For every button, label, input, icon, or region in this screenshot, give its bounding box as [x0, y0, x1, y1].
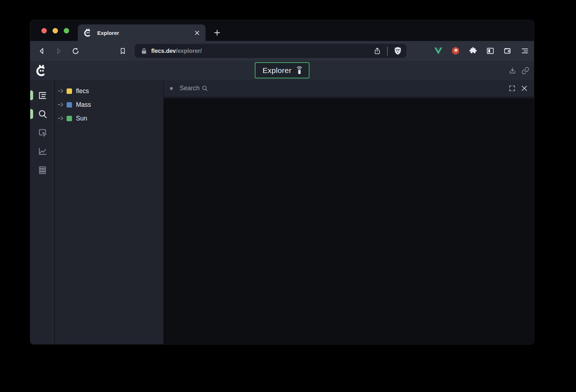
remote-connection-icon	[296, 66, 303, 75]
entity-color-swatch	[67, 88, 72, 94]
active-indicator	[30, 109, 33, 119]
page-title: Explorer	[262, 66, 292, 75]
url-text: flecs.dev/explorer/	[151, 48, 373, 54]
active-indicator	[30, 91, 33, 100]
entity-color-swatch	[67, 102, 72, 108]
table-icon	[37, 165, 48, 175]
entity-label: Sun	[76, 115, 87, 122]
tab-close-icon[interactable]	[194, 30, 200, 36]
page-header: Explorer	[30, 61, 534, 80]
traffic-lights	[41, 28, 69, 33]
forward-icon[interactable]	[54, 47, 63, 55]
tree-row[interactable]: flecs	[55, 84, 163, 98]
expand-arrow-icon[interactable]	[58, 89, 64, 93]
flecs-logo[interactable]	[35, 64, 48, 77]
lock-icon[interactable]	[141, 48, 147, 54]
search-icon	[201, 85, 208, 92]
tab-strip: Explorer	[30, 20, 534, 41]
tab-title: Explorer	[97, 30, 194, 36]
side-panel-icon[interactable]	[485, 46, 495, 56]
address-bar[interactable]: flecs.dev/explorer/	[135, 44, 406, 58]
result-canvas	[164, 98, 534, 345]
query-panel: Search	[163, 80, 534, 345]
entity-tree-panel: flecs Mass Sun	[55, 80, 163, 345]
close-icon[interactable]	[521, 85, 527, 91]
rail-item-inspect[interactable]	[30, 123, 54, 142]
expand-arrow-icon[interactable]	[58, 116, 64, 120]
query-placeholder: Search	[180, 85, 208, 92]
fullscreen-icon[interactable]	[508, 85, 516, 92]
rail-item-table[interactable]	[30, 161, 54, 179]
hexagon-extension-icon[interactable]	[451, 46, 460, 56]
download-icon[interactable]	[508, 67, 517, 75]
url-domain: flecs.dev	[151, 48, 176, 54]
query-status-dot	[170, 87, 173, 90]
header-actions	[508, 61, 530, 80]
address-bar-divider	[387, 46, 388, 56]
tree-icon	[37, 91, 47, 100]
chart-icon	[37, 146, 48, 156]
bookmark-icon[interactable]	[119, 47, 127, 55]
reload-icon[interactable]	[71, 47, 80, 55]
explorer-title-button[interactable]: Explorer	[255, 62, 310, 78]
query-bar[interactable]: Search	[164, 80, 534, 96]
menu-icon[interactable]	[520, 46, 530, 56]
minimize-window-button[interactable]	[53, 28, 58, 33]
navigation-bar: flecs.dev/explorer/	[30, 41, 534, 61]
page-content: flecs Mass Sun	[30, 80, 534, 345]
maximize-window-button[interactable]	[64, 28, 69, 33]
url-path: /explorer/	[176, 48, 202, 54]
link-icon[interactable]	[521, 67, 530, 75]
tree-row[interactable]: Sun	[55, 111, 163, 125]
tree-row[interactable]: Mass	[55, 98, 163, 111]
rail-item-chart[interactable]	[30, 142, 54, 161]
share-icon[interactable]	[373, 47, 381, 55]
search-icon	[37, 109, 48, 119]
extensions-row	[433, 46, 530, 56]
close-window-button[interactable]	[41, 28, 47, 33]
rail-item-tree[interactable]	[30, 86, 54, 105]
inspect-icon	[37, 128, 48, 138]
tab-favicon-flecs-logo-icon	[84, 28, 92, 37]
expand-arrow-icon[interactable]	[58, 102, 64, 107]
icon-rail	[30, 80, 55, 345]
browser-tab[interactable]: Explorer	[78, 24, 206, 41]
back-icon[interactable]	[37, 47, 46, 55]
puzzle-extensions-icon[interactable]	[468, 46, 478, 56]
wallet-icon[interactable]	[503, 46, 512, 56]
entity-label: flecs	[76, 87, 89, 95]
entity-color-swatch	[67, 116, 72, 121]
rail-item-search[interactable]	[30, 105, 54, 123]
browser-window: Explorer	[30, 20, 534, 345]
vue-devtools-icon[interactable]	[433, 46, 443, 56]
entity-label: Mass	[76, 101, 91, 109]
new-tab-button[interactable]	[211, 26, 224, 39]
brave-shield-icon[interactable]	[393, 46, 402, 56]
